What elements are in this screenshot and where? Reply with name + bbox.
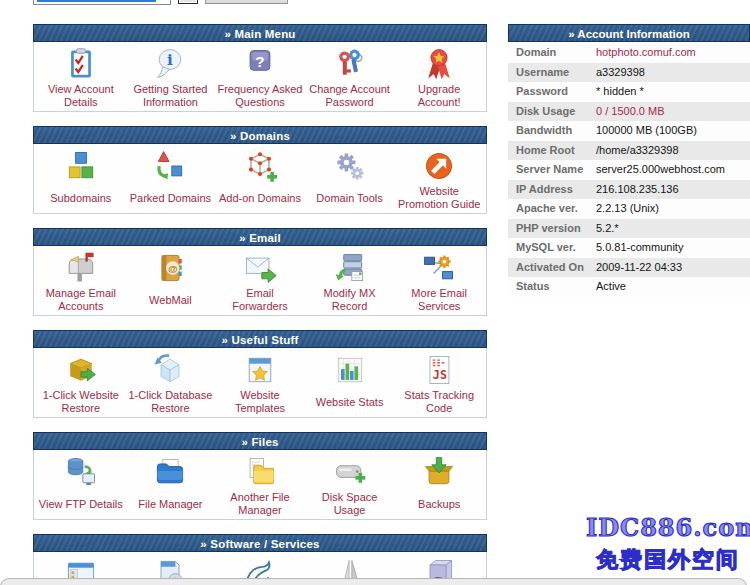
email-forwarders-icon [242,250,278,286]
account-row-label: Password [508,82,596,102]
item-label: Parked Domains [128,185,213,211]
item-webmail[interactable]: @WebMail [126,250,216,315]
another-file-manager-icon [242,454,278,490]
create-new-button[interactable]: Create New [205,0,288,4]
account-row-value[interactable]: hotphoto.comuf.com [596,43,696,63]
account-row-label: IP Address [508,180,596,200]
account-row-disk-usage: Disk Usage0 / 1500.0 MB [508,102,750,122]
section-files: » FilesView FTP DetailsFile ManagerAnoth… [33,432,487,520]
item-disk-space-usage[interactable]: Disk Space Usage [305,454,395,519]
account-row-label: Apache ver. [508,199,596,219]
file-manager-icon [152,454,188,490]
account-row-label: Bandwidth [508,121,596,141]
item-modify-mx-record[interactable]: Modify MX Record [305,250,395,315]
item-getting-started-information[interactable]: iGetting Started Information [126,46,216,111]
svg-text:?: ? [255,53,264,70]
watermark-cn-text: 免费国外空间 [586,545,750,575]
item-view-ftp-details[interactable]: View FTP Details [36,454,126,519]
account-row-label: Home Root [508,141,596,161]
ftp-details-icon [63,454,99,490]
mx-record-icon [332,250,368,286]
change-password-icon [332,46,368,82]
account-row-label: Server Name [508,160,596,180]
item-email-forwarders[interactable]: Email Forwarders [215,250,305,315]
account-row-server-name: Server Nameserver25.000webhost.com [508,160,750,180]
item-frequency-asked-questions[interactable]: ?Frequency Asked Questions [215,46,305,111]
subdomains-icon [63,148,99,184]
account-row-bandwidth: Bandwidth100000 MB (100GB) [508,121,750,141]
item-1-click-website-restore[interactable]: 1-Click Website Restore [36,352,126,417]
webmail-icon: @ [152,250,188,286]
item-another-file-manager[interactable]: Another File Manager [215,454,305,519]
item-label: Modify MX Record [305,287,395,313]
website-stats-icon [332,352,368,388]
watermark-site-text: IDC886.com [586,513,750,542]
account-row-activated-on: Activated On2009-11-22 04:33 [508,258,750,278]
item-label: Disk Space Usage [305,491,395,517]
item-more-email-services[interactable]: More Email Services [394,250,484,315]
item-backups[interactable]: Backups [394,454,484,519]
item-label: Another File Manager [215,491,305,517]
item-label: Getting Started Information [126,83,216,109]
item-label: Change Account Password [305,83,395,109]
section-header: » Software / Services [33,534,487,552]
item-label: Upgrade Account! [394,83,484,109]
section-header: » Useful Stuff [33,330,487,348]
database-restore-icon [152,352,188,388]
item-manage-email-accounts[interactable]: Manage Email Accounts [36,250,126,315]
account-row-label: MySQL ver. [508,238,596,258]
item-domain-tools[interactable]: Domain Tools [305,148,395,213]
item-website-stats[interactable]: Website Stats [305,352,395,417]
account-row-value: /home/a3329398 [596,141,679,161]
website-promotion-icon [421,148,457,184]
view-account-details-icon [63,46,99,82]
account-information-header: » Account Information [508,24,750,42]
item-add-on-domains[interactable]: Add-on Domains [215,148,305,213]
more-email-icon [421,250,457,286]
disk-usage-icon [332,454,368,490]
item-website-templates[interactable]: Website Templates [215,352,305,417]
item-upgrade-account[interactable]: Upgrade Account! [394,46,484,111]
item-parked-domains[interactable]: Parked Domains [126,148,216,213]
faq-icon: ? [242,46,278,82]
quick-input[interactable] [33,0,171,5]
account-row-value: server25.000webhost.com [596,160,725,180]
item-change-account-password[interactable]: Change Account Password [305,46,395,111]
account-row-domain: Domainhotphoto.comuf.com [508,43,750,63]
item-view-account-details[interactable]: View Account Details [36,46,126,111]
control-panel-page: Go Create New » Main MenuView Account De… [0,0,750,585]
account-information-rows: Domainhotphoto.comuf.comUsernamea3329398… [508,43,750,297]
account-row-value: 2.2.13 (Unix) [596,199,659,219]
parked-domains-icon [152,148,188,184]
item-stats-tracking-code[interactable]: JSStats Tracking Code [394,352,484,417]
account-row-label: Activated On [508,258,596,278]
item-label: View Account Details [36,83,126,109]
account-row-username: Usernamea3329398 [508,63,750,83]
section-body: View Account DetailsiGetting Started Inf… [33,42,487,112]
item-label: Website Templates [215,389,305,415]
item-1-click-database-restore[interactable]: 1-Click Database Restore [126,352,216,417]
item-label: 1-Click Database Restore [126,389,216,415]
go-button[interactable]: Go [178,0,198,4]
item-label: Frequency Asked Questions [215,83,305,109]
item-file-manager[interactable]: File Manager [126,454,216,519]
account-row-value: 2009-11-22 04:33 [596,258,682,278]
item-website-promotion-guide[interactable]: Website Promotion Guide [394,148,484,213]
account-row-home-root: Home Root/home/a3329398 [508,141,750,161]
section-header: » Email [33,228,487,246]
account-row-label: Username [508,63,596,83]
addon-domains-icon [242,148,278,184]
item-label: Manage Email Accounts [36,287,126,313]
item-label: Backups [416,491,462,517]
input-text-selection [37,0,156,2]
domain-tools-icon [332,148,368,184]
item-label: Domain Tools [314,185,384,211]
section-header: » Main Menu [33,24,487,42]
account-row-label: Status [508,277,596,297]
section-useful-stuff: » Useful Stuff1-Click Website Restore1-C… [33,330,487,418]
account-row-value: a3329398 [596,63,645,83]
account-row-value: Active [596,277,626,297]
item-label: View FTP Details [37,491,125,517]
account-row-value: 100000 MB (100GB) [596,121,697,141]
item-subdomains[interactable]: Subdomains [36,148,126,213]
